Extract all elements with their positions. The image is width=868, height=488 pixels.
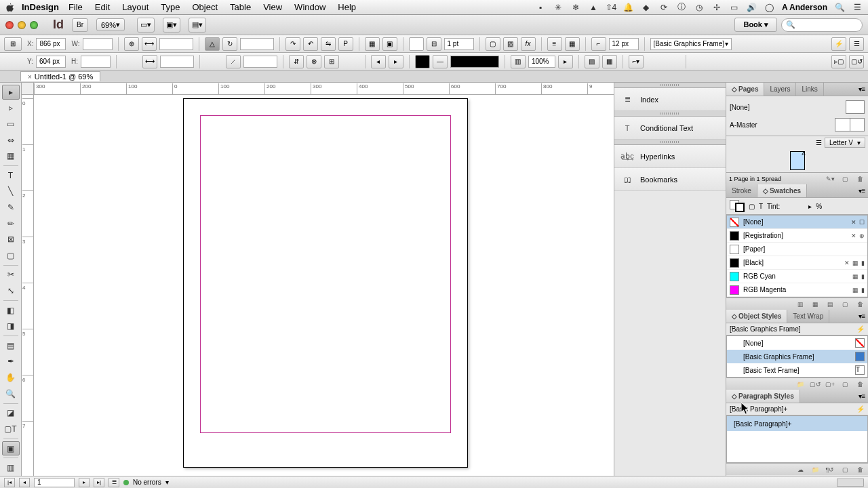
- select-prev[interactable]: ◂: [371, 55, 386, 68]
- menu-help[interactable]: Help: [338, 2, 356, 12]
- clear-transform[interactable]: ⊗: [307, 55, 321, 68]
- format-container[interactable]: ▢T: [2, 422, 20, 436]
- swatch-none[interactable]: [None]✕☐: [727, 216, 867, 229]
- fill-stroke-proxy[interactable]: [730, 200, 745, 212]
- tab-stroke[interactable]: Stroke: [726, 184, 757, 197]
- tray-eject-icon[interactable]: ▲: [588, 2, 599, 13]
- panel-gripper[interactable]: [614, 140, 726, 145]
- tray-dropbox-icon[interactable]: ◆: [641, 2, 652, 13]
- swatch-black[interactable]: [Black]✕▦▮: [727, 256, 867, 270]
- panel-menu-icon[interactable]: ▾≡: [856, 184, 868, 197]
- wrap-none[interactable]: ≡: [547, 37, 562, 51]
- tray-cloud-icon[interactable]: ❄: [570, 2, 581, 13]
- select-container[interactable]: ▣: [382, 37, 397, 51]
- preflight-status[interactable]: No errors: [133, 479, 161, 486]
- tray-volume-icon[interactable]: 🔊: [747, 2, 757, 13]
- pages-none[interactable]: [None]: [730, 104, 749, 111]
- swatch-view3-icon[interactable]: ▤: [825, 300, 835, 309]
- page-field[interactable]: 1: [34, 478, 75, 487]
- new-style-icon[interactable]: ▢: [840, 380, 850, 389]
- scissors-tool[interactable]: ✂: [2, 268, 20, 283]
- text-format-icon[interactable]: T: [759, 203, 763, 210]
- close-button[interactable]: [5, 21, 14, 29]
- none-thumb[interactable]: [846, 100, 865, 114]
- selection-tool[interactable]: ▸: [2, 85, 20, 100]
- menu-type[interactable]: Type: [161, 2, 180, 12]
- clear-override-icon[interactable]: ¶↺: [825, 465, 835, 474]
- pen-tool[interactable]: ✎: [2, 200, 20, 215]
- shear[interactable]: [243, 56, 277, 68]
- clear-attrib-icon[interactable]: ▢+: [825, 380, 835, 389]
- master-thumb[interactable]: [835, 118, 865, 131]
- corner-size[interactable]: 12 px: [609, 38, 639, 50]
- swatch-view2-icon[interactable]: ▦: [810, 300, 821, 309]
- tab-object-styles[interactable]: ◇Object Styles: [726, 310, 787, 323]
- fill-stroke-toggle[interactable]: ◪: [2, 406, 20, 421]
- zoom-level[interactable]: 69% ▾: [96, 18, 125, 31]
- menu-view[interactable]: View: [263, 2, 282, 12]
- tab-swatches[interactable]: ◇Swatches: [757, 184, 807, 197]
- edit-page-icon[interactable]: ✎▾: [825, 174, 835, 184]
- rotate-field[interactable]: ↻: [222, 37, 237, 51]
- corner-icon[interactable]: ⌐: [591, 37, 606, 51]
- direct-selection-tool[interactable]: ▹: [2, 101, 20, 116]
- swatch-cyan[interactable]: RGB Cyan▦▮: [727, 270, 867, 283]
- reference-point[interactable]: ⊞: [4, 37, 22, 51]
- panel-menu-icon[interactable]: ▾≡: [856, 390, 868, 403]
- canvas[interactable]: [34, 95, 614, 476]
- preset-select[interactable]: Letter V▾: [825, 138, 865, 148]
- pencil-tool[interactable]: ✏: [2, 216, 20, 231]
- control-menu[interactable]: ☰: [849, 37, 864, 51]
- apple-icon[interactable]: [5, 3, 16, 12]
- gradient-feather-tool[interactable]: ◨: [2, 319, 20, 333]
- delete-style-icon[interactable]: 🗑: [854, 465, 865, 474]
- menu-layout[interactable]: Layout: [122, 2, 149, 12]
- scale-y-icon[interactable]: ⟷: [142, 55, 157, 68]
- menu-file[interactable]: File: [68, 2, 83, 12]
- tray-bell-icon[interactable]: 🔔: [623, 2, 634, 13]
- tray-user[interactable]: A Anderson: [782, 3, 827, 12]
- stroke-weight[interactable]: 1 pt: [444, 38, 474, 50]
- new-page-icon[interactable]: ▢: [840, 174, 850, 184]
- wrap-bound[interactable]: ▦: [565, 37, 580, 51]
- view-options-button[interactable]: ▭▾: [137, 18, 155, 33]
- zoom-button[interactable]: [30, 21, 38, 29]
- opacity[interactable]: 100%: [528, 56, 555, 68]
- horizontal-scrollbar[interactable]: [837, 479, 864, 487]
- minimize-button[interactable]: [18, 21, 26, 29]
- help-search[interactable]: 🔍: [781, 18, 863, 32]
- menu-object[interactable]: Object: [193, 2, 218, 12]
- delete-swatch-icon[interactable]: 🗑: [854, 300, 865, 309]
- panel-index[interactable]: ≣ Index: [614, 88, 726, 111]
- screen-mode-button[interactable]: ▣▾: [163, 18, 180, 33]
- bridge-button[interactable]: Br: [72, 18, 88, 32]
- first-page-button[interactable]: |◂: [4, 478, 15, 487]
- select-content[interactable]: ▦: [365, 37, 380, 51]
- fx-button-2[interactable]: ▨: [503, 37, 518, 51]
- panel-bookmarks[interactable]: 🕮 Bookmarks: [614, 168, 726, 191]
- page[interactable]: [183, 98, 468, 468]
- wrap-shape[interactable]: ▤: [585, 55, 599, 68]
- workspace-switcher[interactable]: Book ▾: [734, 18, 777, 32]
- panel-gripper[interactable]: [614, 111, 726, 117]
- scale-x[interactable]: ⟷: [142, 37, 157, 51]
- tray-display-icon[interactable]: ▭: [729, 2, 740, 13]
- align-selection[interactable]: ⊞: [324, 55, 339, 68]
- y-field[interactable]: 604 px: [36, 56, 66, 68]
- panel-hyperlinks[interactable]: a͢b͢c Hyperlinks: [614, 145, 726, 168]
- screen-mode-tool[interactable]: ▥: [2, 460, 20, 475]
- object-style-graphics[interactable]: [Basic Graphics Frame]: [727, 350, 867, 363]
- flip-h[interactable]: ⇋: [321, 37, 336, 51]
- groups-icon[interactable]: 📁: [810, 465, 821, 474]
- line-tool[interactable]: ╲: [2, 184, 20, 199]
- delete-style-icon[interactable]: 🗑: [854, 380, 865, 389]
- preflight-dropdown[interactable]: ▾: [165, 479, 169, 486]
- page-thumb-1[interactable]: A: [790, 151, 805, 170]
- eyedropper-tool[interactable]: ✒: [2, 354, 20, 369]
- corner-shape[interactable]: ⌐▾: [629, 55, 644, 68]
- rotate-90ccw[interactable]: ↶: [303, 37, 318, 51]
- fx-button-3[interactable]: fx: [521, 37, 536, 51]
- tray-crosshair-icon[interactable]: ✢: [711, 2, 722, 13]
- wrap-jump[interactable]: ▦: [602, 55, 617, 68]
- stroke-style[interactable]: [450, 56, 499, 68]
